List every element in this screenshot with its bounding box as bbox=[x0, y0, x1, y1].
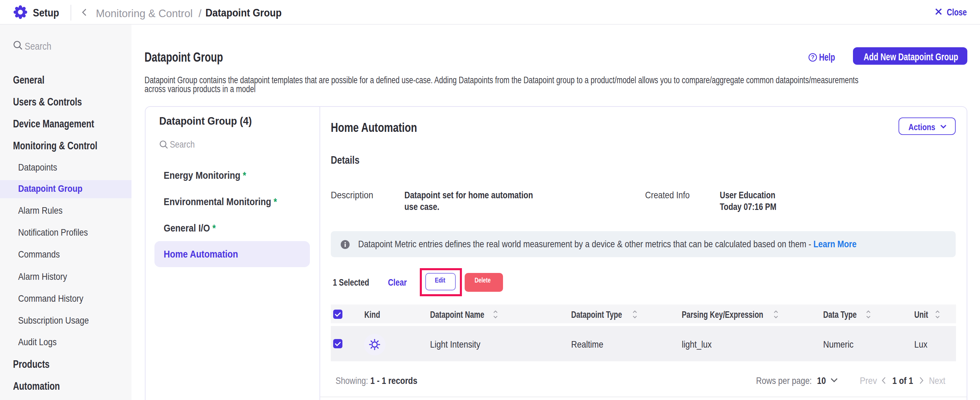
svg-text:?: ? bbox=[811, 54, 815, 60]
